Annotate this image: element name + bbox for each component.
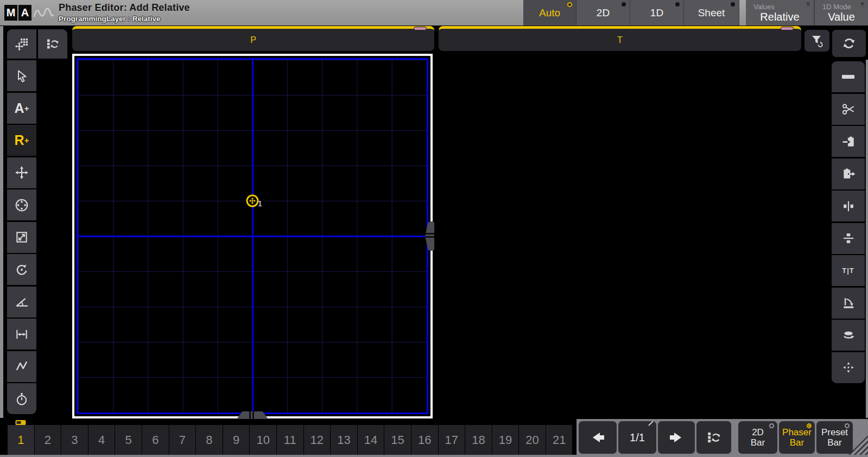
tab-auto-dot bbox=[567, 2, 572, 7]
title-bar: M A Phaser Editor: Add Relative Programm… bbox=[0, 0, 868, 26]
loop-steps-button[interactable] bbox=[696, 421, 731, 454]
scissors-icon bbox=[841, 102, 856, 116]
mirror-vertical-icon bbox=[841, 231, 856, 245]
step-cell[interactable]: 4 bbox=[88, 425, 115, 455]
step-cell[interactable]: 20 bbox=[519, 425, 546, 455]
filter-icon bbox=[810, 34, 824, 47]
pan-column-header[interactable]: P bbox=[72, 26, 434, 51]
ma-logo-a: A bbox=[18, 5, 31, 21]
step-cell[interactable]: 14 bbox=[358, 425, 384, 455]
pan-view-button[interactable] bbox=[832, 352, 865, 383]
step-cell[interactable]: 5 bbox=[115, 425, 142, 455]
move-icon bbox=[15, 166, 29, 180]
filter-button[interactable] bbox=[804, 30, 829, 52]
tool-phase-button[interactable] bbox=[7, 351, 36, 382]
right-toolbar: T|T bbox=[832, 61, 865, 384]
step-cell[interactable]: 7 bbox=[169, 425, 196, 455]
step-cell[interactable]: 3 bbox=[61, 425, 88, 455]
tab-2d[interactable]: 2D bbox=[576, 0, 630, 26]
swap-transition-button[interactable]: T|T bbox=[832, 255, 865, 286]
mirror-vertical-button[interactable] bbox=[832, 223, 865, 254]
step-point-marker[interactable] bbox=[246, 195, 259, 207]
phaser-bar-dot bbox=[807, 423, 812, 428]
rotate-90-icon bbox=[841, 296, 856, 310]
grid-move-icon bbox=[15, 37, 29, 51]
arrow-right-icon bbox=[667, 430, 686, 445]
tab-sheet[interactable]: Sheet bbox=[684, 0, 739, 26]
flip-3d-button[interactable] bbox=[832, 320, 865, 351]
paste-button[interactable] bbox=[832, 158, 865, 189]
phaser-bar-button[interactable]: Phaser Bar bbox=[779, 421, 815, 454]
flip-3d-icon bbox=[841, 328, 856, 342]
tool-move-button[interactable] bbox=[7, 157, 36, 188]
step-sync-icon bbox=[706, 430, 721, 445]
step-cell[interactable]: 16 bbox=[411, 425, 438, 455]
right-edge-strip bbox=[866, 60, 868, 418]
step-cell[interactable]: 12 bbox=[304, 425, 331, 455]
step-cell[interactable]: 1 bbox=[8, 425, 34, 455]
tilt-encoder-marker bbox=[781, 27, 794, 30]
grid-snap-button[interactable] bbox=[7, 29, 36, 59]
dropdown-arrow-icon: ▼ bbox=[804, 0, 812, 8]
preset-bar-button[interactable]: Preset Bar bbox=[816, 421, 853, 454]
1d-mode-dropdown[interactable]: 1D Mode Value ▼ bbox=[814, 0, 868, 26]
step-cell[interactable]: 17 bbox=[439, 425, 465, 455]
mirror-horizontal-button[interactable] bbox=[832, 191, 865, 221]
tool-speed-button[interactable] bbox=[7, 383, 36, 414]
view-tabs: Auto 2D 1D Sheet Values Relative ▼ bbox=[523, 0, 868, 26]
step-cell[interactable]: 2 bbox=[35, 425, 61, 455]
arrow-left-icon bbox=[588, 430, 607, 445]
phase-icon bbox=[15, 359, 29, 373]
width-icon bbox=[15, 327, 29, 341]
step-list: 1 2 3 4 5 6 7 8 9 10 11 12 13 14 15 16 1… bbox=[8, 425, 572, 455]
step-cell[interactable]: 13 bbox=[331, 425, 357, 455]
2d-bar-button[interactable]: 2D Bar bbox=[738, 421, 777, 454]
dropdown-arrow-icon: ▼ bbox=[859, 0, 866, 8]
tab-auto[interactable]: Auto bbox=[523, 0, 576, 26]
copy-button[interactable] bbox=[832, 126, 865, 157]
sync-refresh-button[interactable] bbox=[832, 30, 866, 57]
tool-position-button[interactable] bbox=[7, 189, 36, 220]
edit-pencil-icon bbox=[648, 421, 654, 426]
tool-scale-button[interactable] bbox=[7, 222, 36, 253]
scale-icon bbox=[15, 230, 29, 244]
page-indicator-button[interactable]: 1/1 bbox=[618, 421, 656, 454]
preset-bar-dot bbox=[845, 423, 850, 428]
tool-angle-button[interactable] bbox=[7, 287, 36, 318]
rotate-90-button[interactable] bbox=[832, 288, 865, 319]
pointer-icon bbox=[15, 69, 29, 83]
remove-button[interactable] bbox=[832, 61, 865, 92]
refresh-icon bbox=[841, 36, 857, 51]
rotate-icon bbox=[15, 263, 29, 277]
next-page-button[interactable] bbox=[658, 421, 695, 454]
tool-select-button[interactable] bbox=[7, 60, 36, 91]
ma-logo[interactable]: M A bbox=[4, 5, 31, 21]
step-cell[interactable]: 6 bbox=[142, 425, 169, 455]
tilt-column-header[interactable]: T bbox=[439, 26, 801, 51]
angle-icon bbox=[15, 295, 29, 309]
step-cell[interactable]: 21 bbox=[546, 425, 573, 455]
step-cell[interactable]: 18 bbox=[465, 425, 492, 455]
clipboard-out-icon bbox=[841, 167, 856, 181]
step-cell[interactable]: 8 bbox=[196, 425, 223, 455]
phaser-2d-canvas[interactable]: 1 bbox=[77, 58, 428, 414]
tool-add-relative-button[interactable]: R+ bbox=[7, 125, 36, 156]
step-cell[interactable]: 10 bbox=[250, 425, 276, 455]
tab-separator bbox=[739, 0, 746, 26]
tool-width-button[interactable] bbox=[7, 319, 36, 350]
link-steps-button[interactable] bbox=[38, 29, 67, 59]
step-cell[interactable]: 9 bbox=[223, 425, 250, 455]
tab-1d[interactable]: 1D bbox=[630, 0, 684, 26]
window-subtitle: ProgrammingLayer : Relative bbox=[59, 15, 190, 23]
tool-add-absolute-button[interactable]: A+ bbox=[7, 93, 36, 124]
cut-button[interactable] bbox=[832, 94, 865, 125]
step-cell[interactable]: 15 bbox=[384, 425, 411, 455]
prev-page-button[interactable] bbox=[579, 421, 617, 454]
step-cell[interactable]: 19 bbox=[492, 425, 519, 455]
tab-1d-dot bbox=[675, 2, 680, 7]
values-dropdown[interactable]: Values Relative ▼ bbox=[746, 0, 814, 26]
window-title: Phaser Editor: Add Relative bbox=[59, 2, 190, 14]
tool-rotate-button[interactable] bbox=[7, 254, 36, 285]
tab-2d-dot bbox=[622, 2, 626, 7]
step-cell[interactable]: 11 bbox=[277, 425, 303, 455]
